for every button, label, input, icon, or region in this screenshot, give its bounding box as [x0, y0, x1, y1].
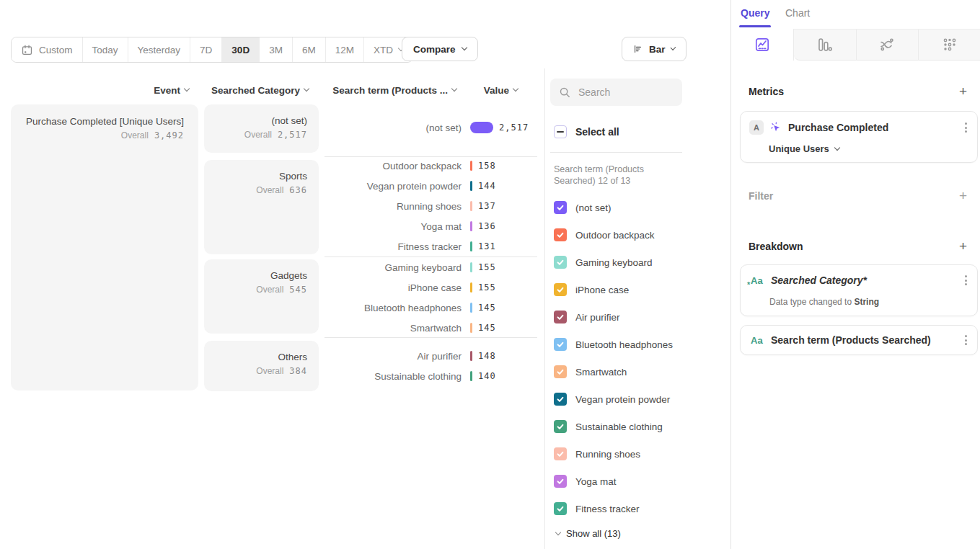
value-bar [470, 161, 472, 171]
value-bar [470, 241, 472, 251]
legend-item-gaming-keyboard[interactable]: Gaming keyboard [554, 254, 653, 270]
check-icon [556, 395, 565, 403]
compare-button[interactable]: Compare [402, 37, 478, 61]
check-icon [556, 477, 565, 486]
legend-item-sustainable-clothing[interactable]: Sustainable clothing [554, 419, 663, 434]
date-range-3m[interactable]: 3M [260, 37, 293, 62]
aggregation-selector[interactable]: Unique Users [769, 143, 839, 154]
term-value: 140 [478, 371, 496, 381]
term-value: 158 [478, 161, 496, 171]
breakdown-note: Data type changed to String [769, 297, 879, 307]
tab-query[interactable]: Query [741, 7, 769, 19]
legend-search-input[interactable] [577, 86, 666, 99]
legend-checkbox[interactable] [554, 228, 567, 241]
legend-checkbox[interactable] [554, 338, 567, 351]
chart-type-button[interactable]: Bar [622, 37, 687, 61]
legend-checkbox[interactable] [554, 311, 567, 323]
legend-item-label: Outdoor backpack [575, 230, 655, 241]
overall-value: 384 [289, 366, 307, 376]
overall-label: Overall [244, 130, 272, 140]
legend-checkbox[interactable] [554, 420, 567, 433]
searched-category-column-header[interactable]: Searched Category [204, 84, 309, 96]
legend-checkbox[interactable] [554, 201, 567, 214]
date-range-6m[interactable]: 6M [293, 37, 326, 62]
legend-item-running-shoes[interactable]: Running shoes [554, 446, 640, 462]
horizontal-bar-chart-icon [633, 43, 643, 55]
term-row-vegan-protein-powder: Vegan protein powder144 [325, 176, 541, 196]
search-icon [559, 86, 570, 98]
date-range-12m[interactable]: 12M [326, 37, 364, 62]
legend-checkbox[interactable] [554, 475, 567, 488]
add-metric-button[interactable]: + [959, 86, 967, 97]
select-all-row[interactable]: Select all [554, 125, 619, 138]
funnels-icon [817, 37, 833, 53]
kebab-menu-icon[interactable] [963, 274, 968, 287]
legend-checkbox[interactable] [554, 447, 567, 460]
value-column-header[interactable]: Value [473, 84, 518, 96]
legend-item-outdoor-backpack[interactable]: Outdoor backpack [554, 227, 655, 243]
legend-item-smartwatch[interactable]: Smartwatch [554, 364, 627, 380]
metric-card[interactable]: A Purchase Completed Unique Users [740, 111, 978, 163]
row-divider [325, 156, 537, 157]
legend-item-not-set[interactable]: (not set) [554, 200, 612, 215]
chevron-down-icon [461, 45, 467, 50]
add-breakdown-button[interactable]: + [959, 241, 967, 251]
check-icon [556, 422, 565, 431]
term-label: Sustainable clothing [325, 371, 470, 382]
report-tab-insights[interactable] [731, 29, 794, 61]
legend-checkbox[interactable] [554, 502, 567, 515]
date-range-yesterday[interactable]: Yesterday [128, 37, 191, 62]
kebab-menu-icon[interactable] [963, 121, 968, 134]
category-card-others[interactable]: OthersOverall384 [204, 341, 319, 391]
legend-item-bluetooth-headphones[interactable]: Bluetooth headphones [554, 336, 673, 352]
select-all-checkbox[interactable] [554, 125, 567, 138]
category-overall: Overall545 [204, 285, 307, 295]
date-range-custom[interactable]: Custom [12, 37, 83, 62]
report-tab-flows[interactable] [856, 29, 919, 61]
date-range-today[interactable]: Today [83, 37, 128, 62]
date-range-label: Yesterday [138, 45, 181, 55]
event-card[interactable]: Purchase Completed [Unique Users] Overal… [11, 104, 198, 390]
tab-chart[interactable]: Chart [785, 7, 810, 19]
app-root: CustomTodayYesterday7D30D3M6M12MXTD Comp… [0, 0, 980, 549]
category-overall: Overall636 [204, 185, 307, 195]
event-column-header[interactable]: Event [108, 84, 189, 96]
check-icon [556, 340, 565, 349]
chevron-down-icon [834, 144, 840, 150]
legend-checkbox[interactable] [554, 365, 567, 378]
compare-label: Compare [413, 44, 456, 55]
legend-item-iphone-case[interactable]: iPhone case [554, 282, 629, 298]
search-term-column-header[interactable]: Search term (Products ... [323, 84, 456, 96]
breakdown-note-text: Data type changed to [769, 297, 854, 307]
legend-checkbox[interactable] [554, 393, 567, 406]
value-bar [470, 282, 472, 293]
modified-asterisk: * [747, 280, 750, 289]
filter-heading: Filter [749, 190, 773, 202]
category-card-sports[interactable]: SportsOverall636 [204, 160, 319, 254]
legend-item-vegan-protein-powder[interactable]: Vegan protein powder [554, 391, 670, 407]
breakdown-card-search-term[interactable]: Aa Search term (Products Searched) [740, 325, 978, 355]
overall-label: Overall [256, 285, 283, 295]
date-range-30d[interactable]: 30D [222, 37, 260, 62]
breakdown-card-searched-category[interactable]: Aa* Searched Category* Data type changed… [740, 264, 978, 316]
kebab-menu-icon[interactable] [963, 334, 968, 347]
chevron-down-icon [184, 86, 190, 92]
date-range-7d[interactable]: 7D [190, 37, 222, 62]
check-icon [556, 203, 565, 212]
chevron-down-icon [555, 529, 561, 535]
legend-item-fitness-tracker[interactable]: Fitness tracker [554, 501, 640, 517]
select-all-label: Select all [575, 126, 619, 138]
add-filter-button[interactable]: + [959, 191, 967, 201]
report-tab-funnels[interactable] [794, 29, 856, 61]
legend-item-yoga-mat[interactable]: Yoga mat [554, 473, 617, 489]
chevron-down-icon [304, 86, 309, 92]
legend-search-box[interactable] [550, 79, 682, 106]
report-tab-retention[interactable] [918, 29, 980, 61]
category-card-gadgets[interactable]: GadgetsOverall545 [204, 259, 319, 334]
show-all-button[interactable]: Show all (13) [556, 528, 621, 539]
legend-checkbox[interactable] [554, 256, 567, 269]
legend-checkbox[interactable] [554, 283, 567, 296]
category-card-not-set[interactable]: (not set)Overall2,517 [204, 104, 319, 153]
legend-item-air-purifier[interactable]: Air purifier [554, 309, 620, 325]
value-bar [470, 221, 472, 231]
